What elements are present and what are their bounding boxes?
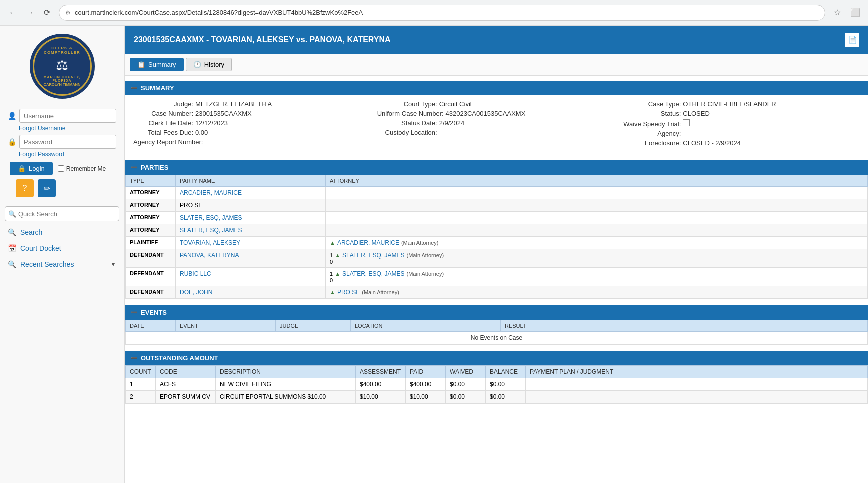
username-input[interactable]: [19, 109, 116, 123]
page-title: 23001535CAAXMX - TOVARIAN, ALEKSEY vs. P…: [134, 35, 391, 44]
table-row: ATTORNEYSLATER, ESQ, JAMES: [126, 212, 868, 224]
party-attorney-cell: [326, 187, 868, 199]
party-name-link[interactable]: TOVARIAN, ALEKSEY: [180, 239, 240, 246]
outstanding-cell-payment: [526, 391, 868, 403]
tab-summary[interactable]: 📋 Summary: [130, 58, 184, 71]
agency-report-label: Agency Report Number:: [133, 138, 203, 146]
party-type-cell: PLAINTIFF: [126, 237, 176, 249]
outstanding-col-balance: BALANCE: [486, 366, 526, 378]
case-type-label: Case Type:: [621, 100, 681, 108]
attorney-role: (Main Attorney): [407, 271, 444, 277]
party-name-link[interactable]: DOE, JOHN: [180, 289, 212, 296]
table-row: DEFENDANTPANOVA, KATERYNA1▲SLATER, ESQ, …: [126, 249, 868, 268]
back-button[interactable]: ←: [6, 6, 20, 20]
attorney-icon: ▲: [330, 289, 335, 295]
login-button[interactable]: 🔒 Login: [10, 162, 53, 175]
party-name-link[interactable]: ARCADIER, MAURICE: [180, 189, 242, 196]
party-name-link[interactable]: RUBIC LLC: [180, 270, 211, 277]
menu-button[interactable]: ⬜: [848, 6, 862, 20]
waive-speedy-checkbox: [683, 119, 690, 126]
party-name-link[interactable]: SLATER, ESQ, JAMES: [180, 214, 242, 221]
parties-col-party: PARTY NAME: [176, 175, 326, 187]
court-docket-label: Court Docket: [20, 244, 116, 252]
table-row: ATTORNEYPRO SE: [126, 199, 868, 212]
party-attorney-cell: 1▲SLATER, ESQ, JAMES (Main Attorney)0: [326, 249, 868, 268]
forward-button[interactable]: →: [23, 6, 37, 20]
page-header-doc-icon[interactable]: 📄: [845, 33, 859, 47]
uniform-case-value: 432023CA001535CAAXMX: [446, 110, 526, 117]
sidebar-item-court-docket[interactable]: 📅 Court Docket: [0, 240, 124, 256]
sidebar-item-recent-searches[interactable]: 🔍 Recent Searches ▼: [0, 256, 124, 272]
attorney-name-link[interactable]: SLATER, ESQ, JAMES: [342, 270, 404, 277]
attorney-num-only: 0: [330, 259, 863, 265]
bookmark-button[interactable]: ☆: [830, 6, 844, 20]
forgot-username-link[interactable]: Forgot Username: [19, 125, 116, 132]
party-name-link[interactable]: PANOVA, KATERYNA: [180, 252, 239, 259]
tabs-bar: 📋 Summary 🕐 History: [125, 54, 868, 76]
attorney-name-link[interactable]: ARCADIER, MAURICE: [337, 239, 399, 246]
events-section-header: ➖ EVENTS: [125, 305, 868, 320]
party-type-cell: DEFENDANT: [126, 286, 176, 299]
attorney-icon: ▲: [335, 252, 340, 258]
attorney-name-link[interactable]: PRO SE: [337, 289, 360, 296]
tab-history[interactable]: 🕐 History: [186, 58, 232, 71]
table-row: DEFENDANTDOE, JOHN▲PRO SE (Main Attorney…: [126, 286, 868, 299]
judge-value: METZGER, ELIZABETH A: [195, 100, 272, 108]
lock-icon: 🔒: [8, 138, 16, 146]
events-section-label: EVENTS: [141, 309, 167, 316]
events-no-data-msg: No Events on Case: [126, 332, 868, 344]
waive-speedy-label: Waive Speedy Trial:: [621, 120, 681, 128]
party-name-link[interactable]: SLATER, ESQ, JAMES: [180, 227, 242, 234]
party-name-cell: RUBIC LLC: [176, 268, 326, 286]
forgot-password-link[interactable]: Forgot Password: [19, 151, 116, 158]
attorney-icon: ▲: [335, 271, 340, 277]
clerk-file-label: Clerk File Date:: [133, 119, 193, 127]
password-input[interactable]: [19, 135, 116, 149]
events-table: DATE EVENT JUDGE LOCATION RESULT No Even…: [125, 320, 868, 344]
attorney-item: ▲ARCADIER, MAURICE (Main Attorney): [330, 239, 863, 246]
outstanding-cell-payment: [526, 378, 868, 391]
sidebar-item-search[interactable]: 🔍 Search: [0, 224, 124, 240]
address-bar[interactable]: ⚙ court.martinclerk.com/CourtCase.aspx/D…: [59, 5, 825, 21]
custody-label: Custody Location:: [377, 129, 437, 136]
events-col-judge: JUDGE: [276, 320, 351, 332]
outstanding-col-paid: PAID: [406, 366, 446, 378]
judge-label: Judge:: [133, 100, 193, 108]
help-button[interactable]: ?: [16, 179, 34, 197]
user-icon: 👤: [8, 112, 16, 120]
attorney-item: 1▲SLATER, ESQ, JAMES (Main Attorney): [330, 252, 863, 259]
logo-text-top: CLERK & COMPTROLLER: [34, 46, 90, 55]
summary-grid: Judge: METZGER, ELIZABETH A Case Number:…: [125, 95, 868, 154]
outstanding-toggle[interactable]: ➖: [131, 355, 138, 361]
remember-me-checkbox[interactable]: [58, 165, 64, 172]
table-row: 1ACFSNEW CIVIL FILING$400.00$400.00$0.00…: [126, 378, 868, 391]
outstanding-col-code: CODE: [156, 366, 216, 378]
events-toggle[interactable]: ➖: [131, 309, 138, 316]
sidebar: CLERK & COMPTROLLER ⚖ MARTIN COUNTY, FLO…: [0, 26, 125, 483]
parties-toggle[interactable]: ➖: [131, 164, 138, 171]
reload-button[interactable]: ⟳: [40, 6, 54, 20]
party-name-cell: PANOVA, KATERYNA: [176, 249, 326, 268]
events-col-result: RESULT: [501, 320, 868, 332]
case-number-value: 23001535CAAXMX: [195, 110, 252, 117]
parties-table: TYPE PARTY NAME ATTORNEY ATTORNEYARCADIE…: [125, 175, 868, 299]
outstanding-cell-waived: $0.00: [446, 378, 486, 391]
history-tab-icon: 🕐: [193, 61, 201, 68]
outstanding-section-label: OUTSTANDING AMOUNT: [141, 354, 218, 362]
summary-toggle[interactable]: ➖: [131, 85, 138, 91]
outstanding-section-header: ➖ OUTSTANDING AMOUNT: [125, 351, 868, 365]
recent-searches-arrow: ▼: [110, 261, 116, 268]
party-attorney-cell: ▲ARCADIER, MAURICE (Main Attorney): [326, 237, 868, 249]
browser-toolbar: ← → ⟳ ⚙ court.martinclerk.com/CourtCase.…: [0, 0, 868, 26]
quick-search-input[interactable]: [18, 210, 116, 218]
logo-inner: CLERK & COMPTROLLER ⚖ MARTIN COUNTY, FLO…: [33, 37, 92, 96]
events-no-data-row: No Events on Case: [126, 332, 868, 344]
recent-searches-icon: 🔍: [8, 260, 16, 268]
events-col-event: EVENT: [176, 320, 276, 332]
edit-button[interactable]: ✏: [38, 179, 56, 197]
logo-circle: CLERK & COMPTROLLER ⚖ MARTIN COUNTY, FLO…: [30, 34, 95, 99]
outstanding-table: COUNT CODE DESCRIPTION ASSESSMENT PAID W…: [125, 365, 868, 403]
party-name-cell: SLATER, ESQ, JAMES: [176, 212, 326, 224]
attorney-name-link[interactable]: SLATER, ESQ, JAMES: [342, 252, 404, 259]
table-row: PLAINTIFFTOVARIAN, ALEKSEY▲ARCADIER, MAU…: [126, 237, 868, 249]
